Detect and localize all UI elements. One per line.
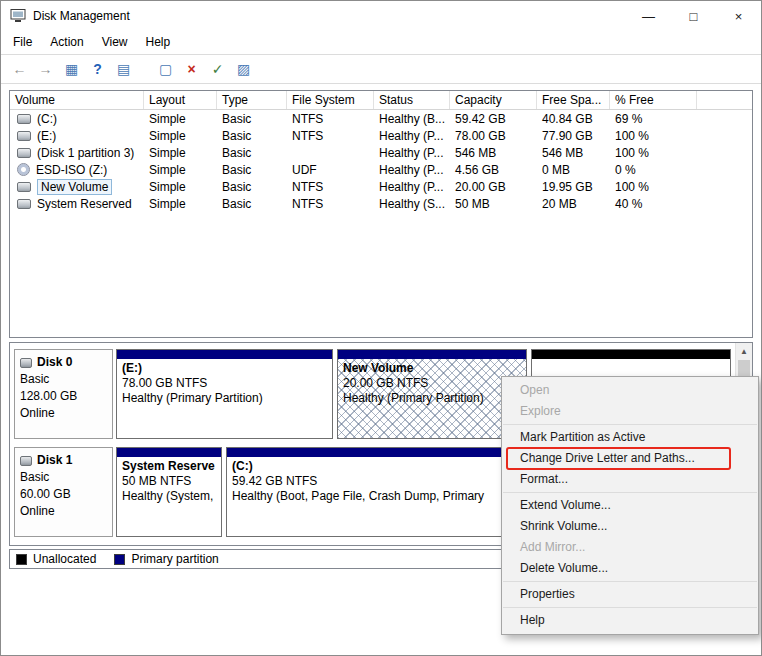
app-icon: [10, 9, 26, 23]
cell-file_system: NTFS: [287, 129, 374, 143]
disk-header[interactable]: Disk 1Basic60.00 GBOnline: [14, 447, 113, 537]
volume-row[interactable]: ESD-ISO (Z:)SimpleBasicUDFHealthy (P...4…: [10, 161, 752, 178]
cell-type: Basic: [217, 129, 287, 143]
volume-name: (Disk 1 partition 3): [37, 146, 134, 160]
scroll-up-icon[interactable]: ▲: [736, 343, 752, 360]
partition-title: System Reserve: [122, 459, 216, 474]
cell-free_space: 77.90 GB: [537, 129, 610, 143]
show-console-tree-icon[interactable]: ▦: [59, 57, 84, 81]
maximize-button[interactable]: □: [671, 1, 716, 31]
context-menu-separator: [503, 581, 757, 582]
column-header[interactable]: Type: [217, 91, 287, 109]
mark-active-icon[interactable]: ✓: [205, 57, 230, 81]
cell-pct_free: 100 %: [610, 146, 697, 160]
volume-row[interactable]: (Disk 1 partition 3)SimpleBasicHealthy (…: [10, 144, 752, 161]
cell-capacity: 20.00 GB: [450, 180, 537, 194]
column-header[interactable]: Status: [374, 91, 450, 109]
context-menu-item[interactable]: Properties: [502, 584, 758, 605]
context-menu: OpenExploreMark Partition as ActiveChang…: [501, 376, 759, 635]
cell-file_system: NTFS: [287, 112, 374, 126]
context-menu-item[interactable]: Extend Volume...: [502, 495, 758, 516]
partition-size: 50 MB NTFS: [122, 474, 216, 489]
minimize-button[interactable]: —: [626, 1, 671, 31]
context-menu-item: Add Mirror...: [502, 537, 758, 558]
properties-pane-icon[interactable]: ▨: [231, 57, 256, 81]
volume-list-header: VolumeLayoutTypeFile SystemStatusCapacit…: [10, 91, 752, 110]
cell-file_system: NTFS: [287, 197, 374, 211]
partition-size: 20.00 GB NTFS: [343, 376, 521, 391]
cell-type: Basic: [217, 197, 287, 211]
close-button[interactable]: ×: [716, 1, 761, 31]
volume-cell: New Volume: [10, 179, 144, 195]
context-menu-item: Open: [502, 380, 758, 401]
disk-status: Online: [20, 503, 107, 520]
help-icon[interactable]: ?: [85, 57, 110, 81]
cell-status: Healthy (B...: [374, 112, 450, 126]
cell-layout: Simple: [144, 197, 217, 211]
partition[interactable]: (E:)78.00 GB NTFSHealthy (Primary Partit…: [116, 349, 333, 439]
context-menu-item[interactable]: Help: [502, 610, 758, 631]
volume-row[interactable]: New VolumeSimpleBasicNTFSHealthy (P...20…: [10, 178, 752, 195]
context-menu-item[interactable]: Format...: [502, 469, 758, 490]
back-icon[interactable]: ←: [7, 57, 32, 81]
legend-label: Primary partition: [131, 552, 218, 566]
cell-capacity: 50 MB: [450, 197, 537, 211]
menu-item-help[interactable]: Help: [137, 31, 180, 54]
partition[interactable]: New Volume20.00 GB NTFSHealthy (Primary …: [337, 349, 527, 439]
disk-title: Disk 1: [20, 452, 107, 469]
volume-name: ESD-ISO (Z:): [36, 163, 107, 177]
cell-type: Basic: [217, 146, 287, 160]
context-menu-item[interactable]: Change Drive Letter and Paths...: [502, 448, 758, 469]
show-action-pane-icon[interactable]: ▤: [111, 57, 136, 81]
drive-icon: [17, 131, 31, 141]
partition-color-strip: [532, 350, 730, 359]
volume-cell: (E:): [10, 129, 144, 143]
disk-type: Basic: [20, 371, 107, 388]
window-title: Disk Management: [33, 9, 626, 23]
partition-body: New Volume20.00 GB NTFSHealthy (Primary …: [338, 359, 526, 438]
disk-icon: [20, 358, 32, 368]
cell-free_space: 546 MB: [537, 146, 610, 160]
column-header[interactable]: File System: [287, 91, 374, 109]
context-menu-item[interactable]: Delete Volume...: [502, 558, 758, 579]
context-menu-item[interactable]: Mark Partition as Active: [502, 427, 758, 448]
disk-header[interactable]: Disk 0Basic128.00 GBOnline: [14, 349, 113, 439]
menu-item-action[interactable]: Action: [41, 31, 92, 54]
column-header[interactable]: Volume: [10, 91, 144, 109]
column-header[interactable]: Capacity: [450, 91, 537, 109]
window-controls: — □ ×: [626, 1, 761, 31]
cell-pct_free: 0 %: [610, 163, 697, 177]
column-header-filler: [697, 91, 752, 109]
forward-icon[interactable]: →: [33, 57, 58, 81]
volume-cell: System Reserved: [10, 197, 144, 211]
legend-swatch: [16, 554, 27, 565]
drive-icon: [17, 114, 31, 124]
cell-pct_free: 100 %: [610, 129, 697, 143]
cell-status: Healthy (P...: [374, 163, 450, 177]
volume-row[interactable]: System ReservedSimpleBasicNTFSHealthy (S…: [10, 195, 752, 212]
delete-volume-icon[interactable]: ×: [179, 57, 204, 81]
context-menu-item[interactable]: Shrink Volume...: [502, 516, 758, 537]
volume-row[interactable]: (E:)SimpleBasicNTFSHealthy (P...78.00 GB…: [10, 127, 752, 144]
partition-title: (E:): [122, 361, 327, 376]
disk-icon: [20, 456, 32, 466]
popup-window-icon[interactable]: ▢: [153, 57, 178, 81]
cell-layout: Simple: [144, 146, 217, 160]
disk-name: Disk 0: [37, 354, 72, 371]
partition-title: New Volume: [343, 361, 521, 376]
cell-file_system: NTFS: [287, 180, 374, 194]
volume-cell: ESD-ISO (Z:): [10, 163, 144, 177]
context-menu-item: Explore: [502, 401, 758, 422]
menu-item-view[interactable]: View: [93, 31, 137, 54]
volume-list-pane: VolumeLayoutTypeFile SystemStatusCapacit…: [9, 90, 753, 338]
column-header[interactable]: % Free: [610, 91, 697, 109]
cell-capacity: 78.00 GB: [450, 129, 537, 143]
partition[interactable]: System Reserve50 MB NTFSHealthy (System,: [116, 447, 222, 537]
menu-item-file[interactable]: File: [4, 31, 41, 54]
column-header[interactable]: Layout: [144, 91, 217, 109]
volume-row[interactable]: (C:)SimpleBasicNTFSHealthy (B...59.42 GB…: [10, 110, 752, 127]
cell-status: Healthy (P...: [374, 129, 450, 143]
column-header[interactable]: Free Spa...: [537, 91, 610, 109]
context-menu-separator: [503, 492, 757, 493]
cell-status: Healthy (S...: [374, 197, 450, 211]
